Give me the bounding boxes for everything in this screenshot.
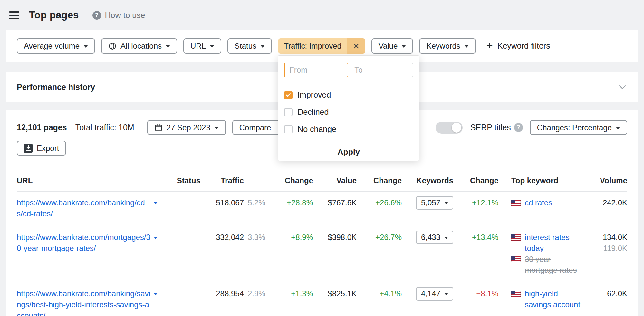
changes-mode-button[interactable]: Changes: Percentage	[530, 120, 627, 135]
traffic-change-cell: +1.3%	[268, 282, 313, 316]
page-url-link[interactable]: https://www.bankrate.com/mortgages/30-ye…	[17, 233, 158, 242]
value-cell: $767.6K	[313, 192, 357, 226]
keywords-cell: 6,433	[402, 226, 453, 282]
traffic-filter-wrap: Traffic: Improved Improved Declined No c…	[278, 38, 365, 54]
compare-label: Compare	[239, 123, 271, 132]
no-change-label: No change	[297, 124, 336, 134]
date-label: 27 Sep 2023	[167, 123, 210, 132]
url-filter-button[interactable]: URL	[183, 38, 221, 54]
traffic-share: 2.9%	[244, 282, 268, 316]
page-url-link[interactable]: https://www.bankrate.com/banking/cds/cd-…	[17, 198, 158, 207]
traffic-from-input[interactable]	[284, 63, 348, 77]
table-row: https://www.bankrate.com/banking/savings…	[17, 282, 627, 316]
hamburger-menu-icon[interactable]	[9, 11, 20, 19]
improved-option[interactable]: Improved	[278, 90, 419, 100]
keywords-change-cell: +12.1%	[453, 192, 498, 226]
traffic-change-cell: +28.8%	[268, 192, 313, 226]
plus-icon: +	[486, 40, 493, 51]
chevron-down-icon[interactable]	[154, 237, 158, 239]
status-cell	[168, 226, 200, 282]
checkbox-checked-icon[interactable]	[284, 91, 293, 99]
col-value: Value	[313, 168, 357, 191]
top-keyword-cell: cd rates	[498, 192, 595, 226]
export-label: Export	[37, 144, 59, 153]
how-to-use-link[interactable]: ? How to use	[92, 11, 145, 20]
chevron-down-icon	[616, 127, 620, 129]
top-keyword-item: high-yield savings account	[511, 288, 595, 310]
keywords-dropdown[interactable]: 4,147	[416, 287, 453, 301]
export-button[interactable]: Export	[17, 141, 66, 156]
keywords-dropdown[interactable]: 6,433	[416, 231, 453, 244]
help-icon: ?	[92, 11, 101, 20]
volume-cell: 242.0K	[595, 192, 627, 226]
checkbox-unchecked-icon[interactable]	[284, 125, 293, 133]
top-keyword-link[interactable]: interest rates today	[525, 232, 584, 254]
value-cell: $398.0K	[313, 226, 357, 282]
top-pages-table: URL Status Traffic Change Value Change K…	[17, 168, 627, 316]
average-volume-filter-button[interactable]: Average volume	[17, 38, 95, 54]
status-cell	[168, 192, 200, 226]
traffic-cell: 332,042	[200, 226, 244, 282]
col-value-change: Change	[357, 168, 402, 191]
traffic-to-input[interactable]	[350, 63, 413, 77]
chevron-down-icon	[401, 45, 406, 48]
us-flag-icon	[511, 234, 521, 241]
pages-count: 12,101 pages	[17, 123, 67, 132]
top-keyword-link[interactable]: cd rates	[525, 197, 552, 208]
chevron-down-icon	[83, 45, 88, 48]
url-cell: https://www.bankrate.com/mortgages/30-ye…	[17, 226, 168, 282]
table-row: https://www.bankrate.com/banking/cds/cd-…	[17, 192, 627, 226]
us-flag-icon	[511, 291, 521, 297]
checkbox-unchecked-icon[interactable]	[284, 108, 293, 116]
value-cell: $825.1K	[313, 282, 357, 316]
top-bar: Top pages ? How to use	[0, 0, 644, 30]
url-cell: https://www.bankrate.com/banking/cds/cd-…	[17, 192, 168, 226]
serp-titles-label: SERP titles	[470, 123, 511, 132]
keywords-cell: 5,057	[402, 192, 453, 226]
declined-option[interactable]: Declined	[278, 107, 419, 117]
traffic-cell: 518,067	[200, 192, 244, 226]
average-volume-label: Average volume	[24, 42, 80, 51]
top-keyword-item: 30 year mortgage rates	[511, 254, 595, 276]
top-keyword-link[interactable]: high-yield savings account	[525, 288, 584, 310]
us-flag-icon	[511, 256, 521, 262]
date-picker-button[interactable]: 27 Sep 2023	[147, 120, 226, 135]
col-keywords: Keywords	[402, 168, 453, 191]
traffic-range-inputs	[278, 56, 419, 77]
chevron-down-icon[interactable]	[154, 202, 158, 204]
traffic-filter-label: Traffic: Improved	[278, 38, 347, 54]
chevron-down-icon[interactable]	[618, 82, 627, 92]
page-title: Top pages	[29, 9, 79, 21]
volume-cell: 134.0K 119.0K	[595, 226, 627, 282]
traffic-filter-chip[interactable]: Traffic: Improved	[278, 38, 365, 54]
keyword-filters-label: Keyword filters	[497, 41, 550, 51]
traffic-share: 3.3%	[244, 226, 268, 282]
page-url-link[interactable]: https://www.bankrate.com/banking/savings…	[17, 289, 158, 298]
chevron-down-icon	[464, 45, 469, 48]
no-change-option[interactable]: No change	[278, 124, 419, 134]
value-filter-button[interactable]: Value	[371, 38, 413, 54]
table-header-row: URL Status Traffic Change Value Change K…	[17, 168, 627, 192]
keyword-filters-button[interactable]: + Keyword filters	[486, 41, 550, 51]
previous-top-keyword: 30 year mortgage rates	[525, 254, 584, 276]
value-change-cell: +26.7%	[357, 226, 402, 282]
status-cell	[168, 282, 200, 316]
col-url: URL	[17, 168, 168, 191]
keywords-cell: 4,147	[402, 282, 453, 316]
download-icon	[24, 144, 33, 153]
locations-filter-button[interactable]: All locations	[101, 38, 177, 54]
top-keyword-item: cd rates	[511, 197, 595, 208]
chevron-down-icon[interactable]	[154, 293, 158, 295]
keywords-dropdown[interactable]: 5,057	[416, 196, 453, 210]
close-icon[interactable]	[347, 38, 365, 54]
keywords-filter-button[interactable]: Keywords	[419, 38, 476, 54]
filter-bar: Average volume All locations URL Status …	[6, 30, 638, 62]
status-filter-button[interactable]: Status	[227, 38, 272, 54]
col-keywords-change: Change	[453, 168, 498, 191]
serp-titles-toggle[interactable]	[436, 122, 463, 134]
chevron-down-icon	[444, 202, 448, 204]
top-keyword-cell: high-yield savings account	[498, 282, 595, 316]
apply-button[interactable]: Apply	[278, 143, 419, 161]
help-icon[interactable]: ?	[514, 123, 523, 132]
globe-icon	[108, 42, 117, 50]
